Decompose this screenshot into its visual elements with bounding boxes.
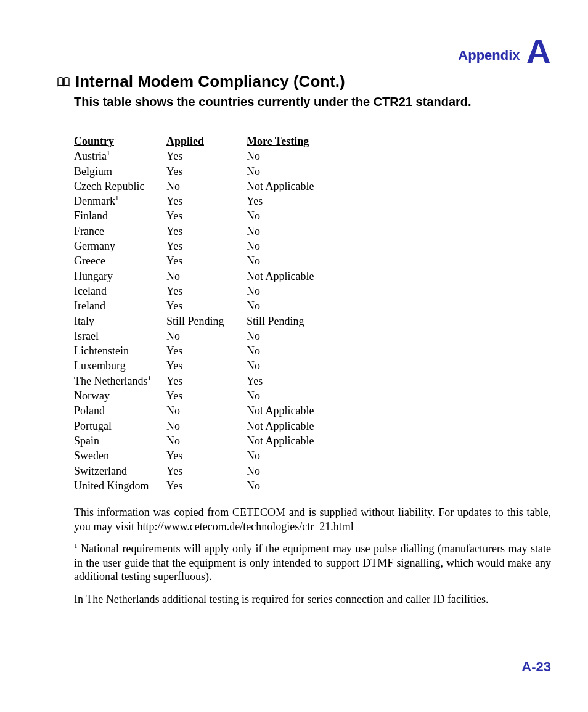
cell-country: Hungary: [74, 269, 166, 284]
table-row: BelgiumYesNo: [74, 164, 551, 179]
cell-more-testing: No: [247, 239, 357, 253]
table-row: GreeceYesNo: [74, 253, 551, 268]
appendix-letter: A: [526, 35, 551, 69]
cell-applied: Yes: [166, 343, 247, 358]
cell-more-testing: Not Applicable: [247, 269, 357, 284]
table-row: Denmark1YesYes: [74, 194, 551, 208]
cell-country: Iceland: [74, 284, 166, 298]
cell-country: Czech Republic: [74, 179, 166, 194]
table-header-row: Country Applied More Testing: [74, 134, 551, 149]
cell-country: Finland: [74, 208, 166, 223]
cell-more-testing: No: [247, 253, 357, 268]
cell-applied: Yes: [166, 239, 247, 253]
cell-country: Belgium: [74, 164, 166, 179]
cell-more-testing: No: [247, 298, 357, 313]
cell-country: Greece: [74, 253, 166, 268]
cell-more-testing: Yes: [247, 374, 357, 388]
cell-applied: No: [166, 329, 247, 343]
cell-more-testing: Not Applicable: [247, 179, 357, 194]
table-row: NorwayYesNo: [74, 388, 551, 403]
cell-country: Sweden: [74, 448, 166, 463]
cell-applied: Still Pending: [166, 314, 247, 329]
paragraph-netherlands: In The Netherlands additional testing is…: [74, 592, 551, 607]
page-number: A-23: [521, 659, 551, 675]
cell-country: Ireland: [74, 298, 166, 313]
cell-applied: Yes: [166, 208, 247, 223]
cell-country: Germany: [74, 239, 166, 253]
cell-country: Luxemburg: [74, 358, 166, 373]
table-row: IcelandYesNo: [74, 284, 551, 298]
cell-country: Spain: [74, 433, 166, 448]
cell-applied: Yes: [166, 164, 247, 179]
table-row: HungaryNoNot Applicable: [74, 269, 551, 284]
table-row: FranceYesNo: [74, 224, 551, 239]
table-body: Austria1YesNoBelgiumYesNoCzech RepublicN…: [74, 149, 551, 493]
table-row: SwitzerlandYesNo: [74, 464, 551, 478]
table-row: FinlandYesNo: [74, 208, 551, 223]
cell-more-testing: Yes: [247, 194, 357, 208]
cell-applied: Yes: [166, 194, 247, 208]
cell-country: France: [74, 224, 166, 239]
cell-applied: Yes: [166, 374, 247, 388]
paragraph-source: This information was copied from CETECOM…: [74, 505, 551, 533]
cell-applied: No: [166, 403, 247, 418]
cell-country: Norway: [74, 388, 166, 403]
table-row: SpainNoNot Applicable: [74, 433, 551, 448]
cell-country: Austria1: [74, 149, 166, 163]
table-row: Czech RepublicNoNot Applicable: [74, 179, 551, 194]
section-title: Internal Modem Compliancy (Cont.): [75, 72, 345, 91]
cell-country: The Netherlands1: [74, 374, 166, 388]
cell-more-testing: No: [247, 164, 357, 179]
document-page: Appendix A Internal Modem Compliancy (Co…: [0, 0, 588, 712]
cell-applied: Yes: [166, 224, 247, 239]
cell-more-testing: Not Applicable: [247, 403, 357, 418]
cell-applied: Yes: [166, 253, 247, 268]
cell-country: Italy: [74, 314, 166, 329]
table-row: GermanyYesNo: [74, 239, 551, 253]
cell-applied: Yes: [166, 448, 247, 463]
cell-more-testing: No: [247, 478, 357, 493]
cell-more-testing: Not Applicable: [247, 419, 357, 433]
cell-more-testing: No: [247, 224, 357, 239]
cell-country: Poland: [74, 403, 166, 418]
header-applied: Applied: [166, 134, 247, 149]
cell-more-testing: No: [247, 464, 357, 478]
header-country: Country: [74, 134, 166, 149]
cell-more-testing: No: [247, 358, 357, 373]
cell-more-testing: No: [247, 448, 357, 463]
cell-applied: No: [166, 433, 247, 448]
section-title-row: Internal Modem Compliancy (Cont.): [57, 72, 551, 91]
cell-more-testing: No: [247, 149, 357, 163]
header-more-testing: More Testing: [247, 134, 357, 149]
cell-applied: No: [166, 419, 247, 433]
cell-applied: Yes: [166, 149, 247, 163]
page-header: Appendix A: [74, 31, 551, 67]
cell-applied: Yes: [166, 464, 247, 478]
table-row: Austria1YesNo: [74, 149, 551, 163]
table-row: SwedenYesNo: [74, 448, 551, 463]
compliance-table: Country Applied More Testing Austria1Yes…: [74, 134, 551, 493]
cell-more-testing: Still Pending: [247, 314, 357, 329]
cell-applied: Yes: [166, 284, 247, 298]
section-subtitle: This table shows the countries currently…: [74, 95, 551, 109]
cell-applied: Yes: [166, 298, 247, 313]
paragraph-footnote: 1 National requirements will apply only …: [74, 542, 551, 584]
cell-country: United Kingdom: [74, 478, 166, 493]
table-row: PortugalNoNot Applicable: [74, 419, 551, 433]
cell-more-testing: No: [247, 388, 357, 403]
table-row: PolandNoNot Applicable: [74, 403, 551, 418]
table-row: IrelandYesNo: [74, 298, 551, 313]
footnote-text: National requirements will apply only if…: [74, 542, 551, 583]
table-row: IsraelNoNo: [74, 329, 551, 343]
cell-applied: No: [166, 269, 247, 284]
cell-applied: Yes: [166, 358, 247, 373]
table-row: LuxemburgYesNo: [74, 358, 551, 373]
cell-more-testing: No: [247, 343, 357, 358]
cell-country: Israel: [74, 329, 166, 343]
book-icon: [57, 76, 70, 88]
table-row: The Netherlands1YesYes: [74, 374, 551, 388]
table-row: LichtensteinYesNo: [74, 343, 551, 358]
cell-country: Lichtenstein: [74, 343, 166, 358]
cell-applied: Yes: [166, 388, 247, 403]
appendix-label: Appendix: [458, 47, 520, 63]
